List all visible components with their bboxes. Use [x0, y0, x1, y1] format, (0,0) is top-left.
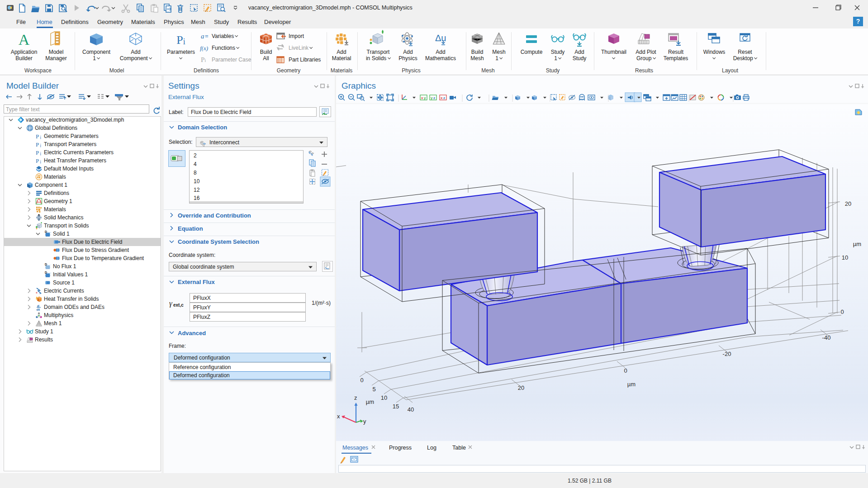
svg-text:15: 15: [393, 403, 399, 410]
svg-text:z: z: [443, 96, 445, 100]
svg-text:f(x): f(x): [200, 45, 208, 52]
svg-text:5: 5: [372, 386, 375, 393]
svg-text:Δu: Δu: [435, 33, 446, 43]
svg-text:¡: ¡: [40, 159, 41, 164]
svg-text:–: –: [39, 291, 41, 295]
svg-text:40: 40: [408, 406, 414, 413]
svg-text:P: P: [36, 157, 39, 164]
svg-text:A: A: [19, 31, 30, 48]
svg-text:-20: -20: [723, 351, 731, 357]
svg-text:a: a: [201, 33, 204, 40]
svg-text:x: x: [421, 96, 423, 100]
svg-text:0: 0: [624, 367, 627, 374]
svg-text:z: z: [433, 96, 435, 100]
svg-text:10: 10: [842, 254, 848, 261]
svg-text:0: 0: [360, 377, 363, 384]
svg-text:Pi: Pi: [176, 33, 185, 47]
svg-text:y: y: [431, 96, 433, 100]
svg-text:x: x: [337, 413, 340, 420]
svg-text:D: D: [45, 263, 47, 266]
svg-text:y: y: [363, 418, 366, 425]
svg-text:=: =: [205, 33, 209, 39]
svg-text:Pi: Pi: [201, 56, 206, 63]
svg-text:0: 0: [840, 308, 844, 315]
svg-text:x: x: [441, 96, 443, 100]
svg-text:20: 20: [518, 384, 524, 391]
svg-text:µm: µm: [853, 241, 861, 247]
svg-text:P: P: [36, 141, 39, 148]
svg-text:¡: ¡: [40, 151, 41, 156]
svg-text:P: P: [36, 133, 39, 140]
svg-text:-40: -40: [822, 334, 831, 341]
svg-text:10: 10: [381, 394, 387, 401]
svg-text:20: 20: [845, 200, 851, 207]
svg-text:µm: µm: [366, 398, 374, 405]
svg-text:+: +: [36, 291, 38, 294]
svg-text:dt: dt: [37, 308, 40, 312]
svg-text:D: D: [45, 230, 47, 233]
svg-text:D: D: [45, 271, 47, 274]
svg-text:µm: µm: [627, 381, 636, 388]
svg-text:z: z: [354, 394, 357, 401]
svg-text:y: y: [424, 96, 426, 100]
svg-text:P: P: [36, 149, 39, 156]
svg-text:¡: ¡: [40, 134, 41, 139]
svg-text:¡: ¡: [40, 142, 41, 147]
